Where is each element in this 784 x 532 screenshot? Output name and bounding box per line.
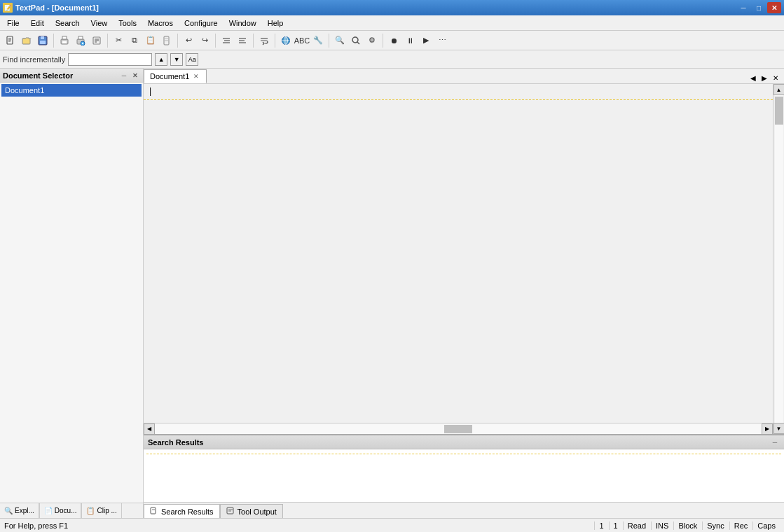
search-results-pin-button[interactable]: ─ xyxy=(770,438,780,447)
find-bar-label: Find incrementally xyxy=(3,55,65,64)
svg-rect-37 xyxy=(227,507,233,514)
menu-configure[interactable]: Configure xyxy=(179,15,223,30)
scroll-down-button[interactable]: ▼ xyxy=(773,423,785,434)
search-results-tab-icon xyxy=(150,507,158,517)
menu-file[interactable]: File xyxy=(1,15,25,30)
toolbar-extra[interactable]: ⋯ xyxy=(434,33,450,48)
menu-help[interactable]: Help xyxy=(262,15,289,30)
properties-button[interactable] xyxy=(89,33,104,48)
find-next-button[interactable]: ▼ xyxy=(170,53,183,66)
scroll-right-button[interactable]: ▶ xyxy=(762,424,773,435)
menu-search[interactable]: Search xyxy=(50,15,85,30)
unindent-button[interactable] xyxy=(235,33,250,48)
separator-7 xyxy=(329,34,329,48)
doc-tab-explorer-label: Expl... xyxy=(15,507,34,514)
svg-rect-21 xyxy=(165,40,168,41)
h-scrollbar[interactable]: ◀ ▶ xyxy=(144,423,773,434)
scroll-up-button[interactable]: ▲ xyxy=(773,84,785,95)
tab-scroll-left-button[interactable]: ◀ xyxy=(748,72,759,83)
cursor: | xyxy=(148,87,153,97)
bottom-tab-tool-output-label: Tool Output xyxy=(238,507,277,516)
bottom-tab-tool-output[interactable]: Tool Output xyxy=(220,504,283,518)
cut-button[interactable]: ✂ xyxy=(111,33,126,48)
status-block: Block xyxy=(673,522,701,530)
bottom-tab-search-results[interactable]: Search Results xyxy=(144,504,220,518)
print-button[interactable] xyxy=(57,33,72,48)
svg-rect-9 xyxy=(62,36,67,39)
undo-button[interactable]: ↩ xyxy=(181,33,196,48)
redo-button[interactable]: ↪ xyxy=(197,33,212,48)
wordwrap-button[interactable] xyxy=(256,33,272,48)
doc-selector-pin-button[interactable]: ─ xyxy=(119,71,129,80)
svg-rect-6 xyxy=(41,36,44,39)
tool-output-tab-icon xyxy=(226,507,235,517)
v-scrollbar[interactable]: ▲ ▼ xyxy=(773,84,784,434)
status-rec: Rec xyxy=(729,522,752,530)
svg-line-34 xyxy=(357,42,359,44)
record-button[interactable]: ⏺ xyxy=(386,33,401,48)
h-scroll-track[interactable] xyxy=(155,424,762,435)
clipboard-icon: 📋 xyxy=(86,507,95,514)
title-bar: 📝 TextPad - [Document1] ─ □ ✕ xyxy=(0,0,784,15)
separator-3 xyxy=(177,34,178,48)
menu-window[interactable]: Window xyxy=(223,15,262,30)
paste-button[interactable]: 📋 xyxy=(143,33,158,48)
doc-tab-documents-label: Docu... xyxy=(55,507,77,514)
paste-special-button[interactable] xyxy=(159,33,174,48)
tab-document1-label: Document1 xyxy=(150,72,189,80)
app-title: TextPad - [Document1] xyxy=(15,4,99,12)
status-caps: Caps xyxy=(752,522,780,530)
tab-document1[interactable]: Document1 ✕ xyxy=(144,69,207,83)
tab-close-all-button[interactable]: ✕ xyxy=(770,72,781,83)
search-results-title: Search Results xyxy=(148,438,203,447)
indent-button[interactable] xyxy=(219,33,234,48)
editor-textarea[interactable]: | xyxy=(144,84,773,423)
print-preview-button[interactable] xyxy=(73,33,88,48)
copy-button[interactable]: ⧉ xyxy=(127,33,142,48)
right-area: Document1 ✕ ◀ ▶ ✕ | ▲ xyxy=(144,69,784,518)
status-bar: For Help, press F1 1 1 Read INS Block Sy… xyxy=(0,518,784,532)
menu-edit[interactable]: Edit xyxy=(25,15,50,30)
doc-tab-documents[interactable]: 📄 Docu... xyxy=(39,503,82,518)
web-button[interactable] xyxy=(278,33,294,48)
h-scroll-thumb[interactable] xyxy=(444,425,472,433)
doc-tab-clipboard[interactable]: 📋 Clip ... xyxy=(81,503,121,518)
tab-document1-close[interactable]: ✕ xyxy=(192,72,200,80)
doc-tab-explorer[interactable]: 🔍 Expl... xyxy=(0,503,39,518)
compare-button[interactable]: 🔍 xyxy=(332,33,348,48)
play-button[interactable]: ▶ xyxy=(418,33,434,48)
v-scroll-thumb[interactable] xyxy=(775,97,783,125)
doc-item-document1[interactable]: Document1 xyxy=(1,84,142,97)
find-prev-button[interactable]: ▲ xyxy=(155,53,167,66)
minimize-button[interactable]: ─ xyxy=(736,2,750,13)
tab-scroll-right-button[interactable]: ▶ xyxy=(759,72,770,83)
pause-button[interactable]: ⏸ xyxy=(402,33,418,48)
scroll-left-button[interactable]: ◀ xyxy=(144,424,155,435)
menu-bar: File Edit Search View Tools Macros Confi… xyxy=(0,15,784,31)
menu-macros[interactable]: Macros xyxy=(142,15,179,30)
separator-8 xyxy=(383,34,383,48)
menu-tools[interactable]: Tools xyxy=(113,15,142,30)
separator-4 xyxy=(215,34,216,48)
search-button[interactable] xyxy=(348,33,364,48)
find-bar-input[interactable] xyxy=(68,53,152,66)
save-button[interactable] xyxy=(35,33,50,48)
find-bar: Find incrementally ▲ ▼ Aa xyxy=(0,50,784,69)
macro-button[interactable]: ⚙ xyxy=(364,33,380,48)
tools-button[interactable]: 🔧 xyxy=(310,33,326,48)
spellcheck-button[interactable]: ABC xyxy=(294,33,310,48)
v-scroll-track[interactable] xyxy=(775,95,783,423)
toolbar: ✂ ⧉ 📋 ↩ ↪ ABC 🔧 🔍 ⚙ ⏺ ⏸ ▶ ⋯ xyxy=(0,31,784,50)
search-results-panel: Search Results ─ Search Results xyxy=(144,434,784,518)
status-readonly: Read xyxy=(623,522,650,530)
menu-view[interactable]: View xyxy=(85,15,114,30)
maximize-button[interactable]: □ xyxy=(752,2,766,13)
new-button[interactable] xyxy=(3,33,18,48)
doc-selector-title: Document Selector xyxy=(3,71,73,80)
separator-2 xyxy=(107,34,108,48)
doc-selector-close-button[interactable]: ✕ xyxy=(130,71,140,80)
find-case-button[interactable]: Aa xyxy=(186,53,198,66)
search-results-header: Search Results ─ xyxy=(144,435,784,449)
open-button[interactable] xyxy=(19,33,34,48)
close-button[interactable]: ✕ xyxy=(767,2,781,13)
